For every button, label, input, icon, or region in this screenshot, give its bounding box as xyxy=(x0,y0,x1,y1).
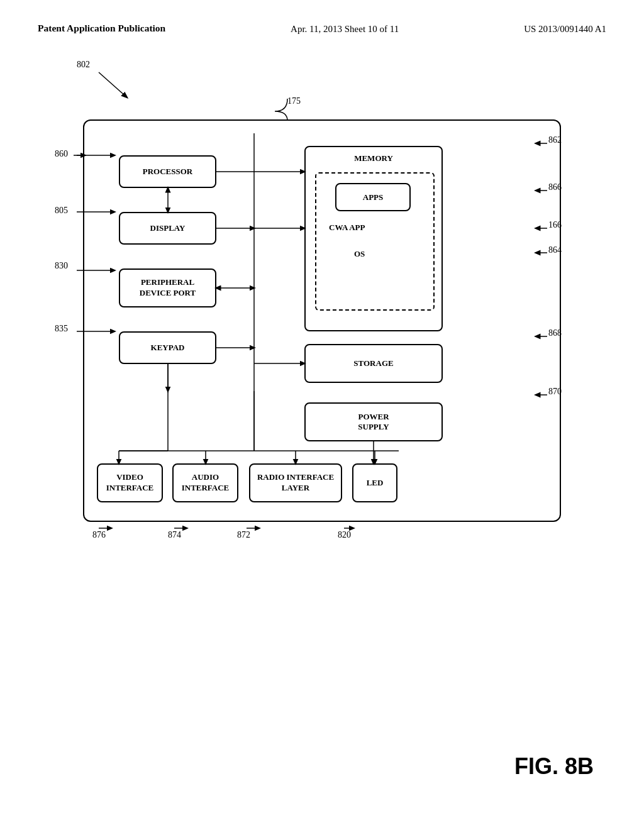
os-label: OS xyxy=(354,249,365,259)
led-box: LED xyxy=(352,463,397,502)
header-left: Patent Application Publication xyxy=(38,23,165,34)
ref-876: 876 xyxy=(92,530,106,540)
storage-box: STORAGE xyxy=(304,344,443,383)
ref-874: 874 xyxy=(168,530,181,540)
svg-line-0 xyxy=(99,72,127,97)
video-interface-box: VIDEOINTERFACE xyxy=(97,463,163,502)
peripheral-label: PERIPHERALDEVICE PORT xyxy=(140,277,196,299)
processor-label: PROCESSOR xyxy=(143,167,192,177)
header-right: US 2013/0091440 A1 xyxy=(524,24,606,35)
memory-label: MEMORY xyxy=(354,153,393,163)
ref-866: 866 xyxy=(548,182,562,192)
keypad-box: KEYPAD xyxy=(119,331,216,364)
processor-box: PROCESSOR xyxy=(119,155,216,188)
ref-870: 870 xyxy=(548,387,562,397)
audio-interface-box: AUDIOINTERFACE xyxy=(172,463,238,502)
apps-box: APPS xyxy=(335,183,411,211)
ref-820: 820 xyxy=(338,530,351,540)
ref-166: 166 xyxy=(548,220,562,230)
display-label: DISPLAY xyxy=(150,223,186,234)
bottom-ref-lines-svg xyxy=(52,522,592,547)
ref-872: 872 xyxy=(237,530,250,540)
ref-830: 830 xyxy=(55,261,68,271)
apps-label: APPS xyxy=(363,192,384,202)
brace-175-svg xyxy=(275,99,313,121)
ref-862: 862 xyxy=(548,135,562,145)
diagram-area: 802 175 PROCESSOR DISPLAY PERIPHERALDEVI… xyxy=(52,53,592,594)
arrow-860 xyxy=(55,149,86,162)
ref-805: 805 xyxy=(55,206,68,216)
peripheral-box: PERIPHERALDEVICE PORT xyxy=(119,268,216,307)
storage-label: STORAGE xyxy=(353,358,393,368)
page-header: Patent Application Publication Apr. 11, … xyxy=(0,0,644,35)
ref-835: 835 xyxy=(55,324,68,334)
memory-outer-box: MEMORY APPS CWA APP OS xyxy=(304,146,443,331)
outer-device-box: PROCESSOR DISPLAY PERIPHERALDEVICE PORT … xyxy=(83,119,561,522)
ref-864: 864 xyxy=(548,245,562,255)
video-interface-label: VIDEOINTERFACE xyxy=(106,472,154,494)
led-label: LED xyxy=(367,478,384,489)
radio-interface-layer-box: RADIO INTERFACELAYER xyxy=(249,463,342,502)
fig-label: FIG. 8B xyxy=(514,753,594,780)
power-supply-label: POWERSUPPLY xyxy=(358,412,389,432)
radio-interface-layer-label: RADIO INTERFACELAYER xyxy=(257,472,334,494)
audio-interface-label: AUDIOINTERFACE xyxy=(182,472,230,494)
cwa-app-label: CWA APP xyxy=(329,223,365,233)
keypad-label: KEYPAD xyxy=(151,343,185,353)
display-box: DISPLAY xyxy=(119,212,216,245)
ref-868: 868 xyxy=(548,328,562,338)
arrow-802-svg xyxy=(77,60,152,110)
power-supply-box: POWERSUPPLY xyxy=(304,402,443,441)
dashed-inner-box: APPS CWA APP OS xyxy=(315,172,435,311)
header-center: Apr. 11, 2013 Sheet 10 of 11 xyxy=(291,24,399,35)
